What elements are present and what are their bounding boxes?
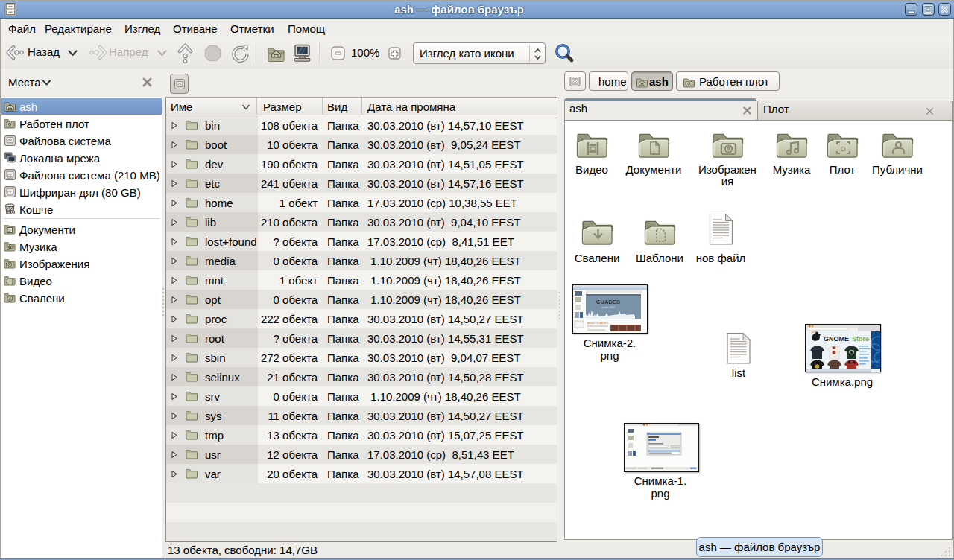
svg-text:Store: Store <box>852 335 869 343</box>
svg-text:About GUADEC: About GUADEC <box>587 321 609 325</box>
svg-text:GUADEC: GUADEC <box>596 299 621 305</box>
svg-text:GNOME: GNOME <box>824 335 849 343</box>
svg-text:guadec 2010: guadec 2010 <box>601 306 615 309</box>
svg-text:D: D <box>841 145 846 153</box>
